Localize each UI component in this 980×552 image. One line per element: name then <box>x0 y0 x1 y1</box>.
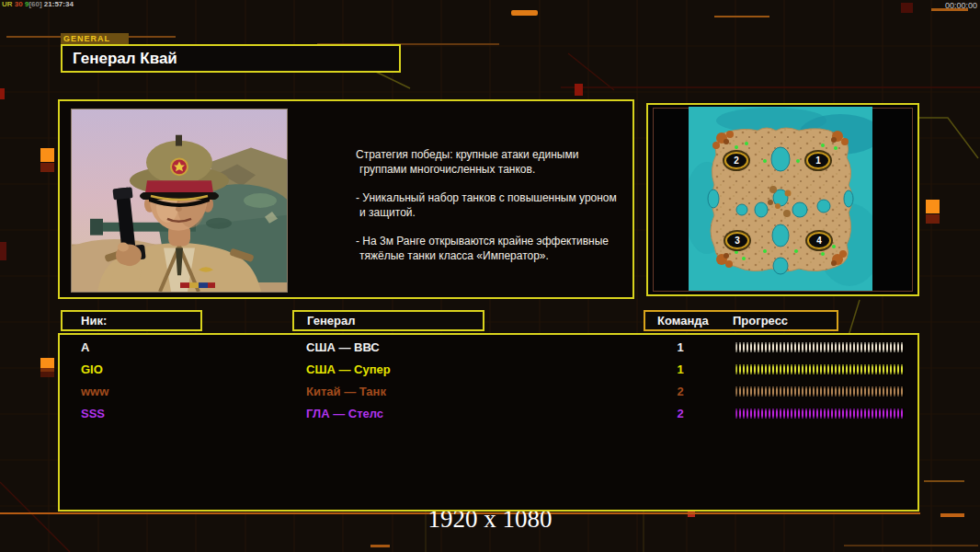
column-header-progress-label: Прогресс <box>733 312 788 329</box>
map-preview-panel: 1 2 3 4 <box>646 103 919 296</box>
column-header-general: Генерал <box>292 310 484 331</box>
player-nick: GIO <box>81 362 103 376</box>
progress-bar <box>735 408 905 419</box>
player-row: GIO США — Супер 1 <box>60 361 917 383</box>
player-row: A США — ВВС 1 <box>60 339 917 361</box>
clock-time: 21:57:34 <box>44 0 74 8</box>
map-spawn-marker: 2 <box>724 152 748 169</box>
column-header-general-label: Генерал <box>294 314 355 328</box>
column-header-team-progress: Команда Прогресс <box>644 310 838 331</box>
map-preview: 1 2 3 4 <box>689 107 872 291</box>
column-header-nick: Ник: <box>61 310 202 331</box>
stats-value-3: [60] <box>28 0 41 8</box>
player-nick: SSS <box>81 407 105 420</box>
stats-tag: UR <box>2 0 13 8</box>
player-list-panel: A США — ВВС 1 GIO США — Супер 1 www Кита… <box>58 333 919 512</box>
player-general: США — ВВС <box>306 340 380 354</box>
strategy-line: - Уникальный набор танков с повышенным у… <box>356 190 633 205</box>
map-spawn-marker: 4 <box>807 232 831 249</box>
player-general: ГЛА — Стелс <box>306 407 383 420</box>
player-row: www Китай — Танк 2 <box>60 383 917 405</box>
progress-bar <box>735 342 905 352</box>
map-spawn-marker: 3 <box>725 232 749 249</box>
column-header-nick-label: Ник: <box>63 314 107 328</box>
strategy-line: группами многочисленных танков. <box>356 162 633 177</box>
player-team: 1 <box>648 340 712 354</box>
strategy-line: Стратегия победы: крупные атаки едиными <box>356 147 633 162</box>
strategy-line: тяжёлые танки класса «Император». <box>356 248 633 263</box>
match-timer: 00:00:00 <box>945 1 977 10</box>
player-nick: A <box>81 340 89 354</box>
stats-value-1: 30 <box>15 0 23 8</box>
page-title: Генерал Квай <box>63 46 399 71</box>
player-team: 2 <box>648 385 712 398</box>
progress-bar <box>735 364 905 374</box>
column-header-team-label: Команда <box>657 312 709 329</box>
player-general: США — Супер <box>306 362 391 376</box>
strategy-line: и защитой. <box>356 205 633 220</box>
strategy-line: - На 3м Ранге открываются крайне эффекти… <box>356 234 633 248</box>
player-row: SSS ГЛА — Стелс 2 <box>60 405 917 427</box>
map-spawn-marker: 1 <box>806 152 830 169</box>
general-portrait <box>71 109 288 293</box>
player-nick: www <box>81 385 108 398</box>
stats-overlay: UR 30 9[60] 21:57:34 <box>2 0 74 8</box>
player-team: 1 <box>648 362 712 376</box>
progress-bar <box>735 386 905 397</box>
general-info-panel: Стратегия победы: крупные атаки едиными … <box>58 99 634 299</box>
general-title-box: Генерал Квай <box>61 44 401 73</box>
strategy-text: Стратегия победы: крупные атаки едиными … <box>356 147 633 277</box>
player-general: Китай — Танк <box>306 385 386 398</box>
player-team: 2 <box>648 407 712 420</box>
